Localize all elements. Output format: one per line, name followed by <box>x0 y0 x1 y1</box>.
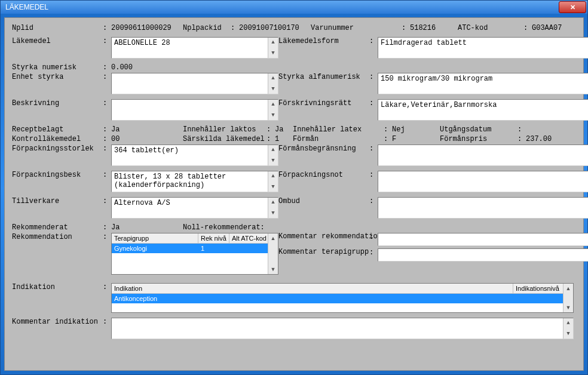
down-arrow-icon[interactable]: ▼ <box>564 303 573 312</box>
kontrollakemedel-value: 00 <box>111 135 183 143</box>
formanspris-label: Förmånspris <box>440 135 517 143</box>
down-arrow-icon[interactable]: ▼ <box>268 110 278 120</box>
styrka-alfa-field[interactable]: 150 mikrogram/30 mikrogram ▲▼ <box>378 73 588 94</box>
window: LÄKEMEDEL ✕ Nplid : 20090611000029 Nplpa… <box>0 0 588 375</box>
cell-rekniva: 1 <box>198 244 229 253</box>
scrollbar[interactable]: ▲▼ <box>563 318 573 339</box>
beskrivning-field[interactable]: ▲▼ <box>111 99 278 121</box>
rekommenderat-label: Rekommenderat <box>12 223 103 232</box>
forskrivningsratt-value: Läkare,Veterinär,Barnmorska <box>381 101 497 109</box>
forpackningsnot-label: Förpackningsnot <box>278 171 369 179</box>
scrollbar[interactable]: ▲▼ <box>268 73 278 94</box>
nplid-label: Nplid <box>12 24 103 32</box>
window-title: LÄKEMEDEL <box>5 3 48 11</box>
col-terapigrupp[interactable]: Terapigrupp <box>112 233 198 243</box>
rekommenderat-value: Ja <box>111 223 183 232</box>
col-indikation[interactable]: Indikation <box>112 284 513 293</box>
kommentar-rek-field[interactable]: ▲▼ <box>378 233 588 246</box>
tillverkare-label: Tillverkare <box>12 197 103 205</box>
down-arrow-icon[interactable]: ▼ <box>268 156 278 165</box>
forpackningsbesk-value: Blister, 13 x 28 tabletter (kalenderförp… <box>114 173 264 189</box>
cell-indikation: Antikonception <box>112 294 513 303</box>
latex-value: Nej <box>392 125 440 134</box>
up-arrow-icon[interactable]: ▲ <box>268 38 278 47</box>
close-button[interactable]: ✕ <box>559 1 586 13</box>
up-arrow-icon[interactable]: ▲ <box>268 233 278 243</box>
up-arrow-icon[interactable]: ▲ <box>268 73 278 83</box>
laktos-value: Ja <box>275 125 283 134</box>
forpackningsstorlek-field[interactable]: 364 tablett(er) ▲▼ <box>111 145 278 166</box>
down-arrow-icon[interactable]: ▼ <box>268 208 278 218</box>
lakemedelsform-label: Läkemedelsform <box>278 37 369 45</box>
sarskilda-value: 1 <box>275 135 279 143</box>
receptbelagt-label: Receptbelagt <box>12 125 103 134</box>
titlebar: LÄKEMEDEL ✕ <box>1 1 587 14</box>
table-row[interactable]: Gynekologi 1 <box>112 244 278 253</box>
ombud-field[interactable]: ▲▼ <box>378 197 588 219</box>
laktos-label: Innehåller laktos <box>183 125 267 134</box>
scrollbar[interactable]: ▲▼ <box>268 145 278 165</box>
indikation-grid[interactable]: Indikation Indikationsnivå Antikonceptio… <box>111 283 574 313</box>
down-arrow-icon[interactable]: ▼ <box>268 84 278 94</box>
lakemedelsform-field[interactable]: Filmdragerad tablett ▲▼ <box>378 37 588 59</box>
down-arrow-icon[interactable]: ▼ <box>268 182 278 192</box>
up-arrow-icon[interactable]: ▲ <box>268 145 278 155</box>
lakemedel-field[interactable]: ABELONELLE 28 ▲▼ <box>111 37 278 59</box>
up-arrow-icon[interactable]: ▲ <box>564 284 573 293</box>
forpackningsbesk-field[interactable]: Blister, 13 x 28 tabletter (kalenderförp… <box>111 171 278 192</box>
down-arrow-icon[interactable]: ▼ <box>268 48 278 58</box>
formanspris-value: 237.00 <box>526 135 552 143</box>
lakemedelsform-value: Filmdragerad tablett <box>381 39 467 47</box>
table-row[interactable]: Antikonception 1 <box>112 294 573 303</box>
utgangsdatum-label: Utgångsdatum <box>440 125 517 134</box>
forpackningsbesk-label: Förpackningsbesk <box>12 171 103 179</box>
scrollbar[interactable]: ▲▼ <box>268 100 278 120</box>
up-arrow-icon[interactable]: ▲ <box>564 318 573 328</box>
atc-value: G03AA07 <box>532 24 562 32</box>
varunummer-value: 518216 <box>410 24 458 32</box>
up-arrow-icon[interactable]: ▲ <box>268 100 278 109</box>
formansbegransning-label: Förmånsbegränsning <box>278 145 369 153</box>
lakemedel-label: Läkemedel <box>12 37 103 45</box>
kommentar-terapi-label: Kommentar terapigrupp <box>278 248 369 256</box>
scrollbar[interactable]: ▲▼ <box>268 233 278 274</box>
forpackningsstorlek-value: 364 tablett(er) <box>114 146 179 155</box>
rekommendation-grid[interactable]: Terapigrupp Rek nivå Alt ATC-kod Gynekol… <box>111 233 278 275</box>
kommentar-terapi-field[interactable]: ▲▼ <box>378 248 588 262</box>
kommentar-indikation-label: Kommentar indikation <box>12 318 103 326</box>
sarskilda-label: Särskilda läkemedel <box>183 135 267 143</box>
close-icon: ✕ <box>570 4 575 11</box>
nollrek-label: Noll-rekommenderat: <box>183 223 265 232</box>
kommentar-indikation-field[interactable]: ▲▼ <box>111 318 574 339</box>
receptbelagt-value: Ja <box>111 125 183 134</box>
formansbegransning-field[interactable]: ▲▼ <box>378 145 588 166</box>
down-arrow-icon[interactable]: ▼ <box>268 265 278 274</box>
forpackningsnot-field[interactable]: ▲▼ <box>378 171 588 192</box>
nplpackid-label: Nplpackid <box>183 24 231 32</box>
styrka-alfa-value: 150 mikrogram/30 mikrogram <box>381 75 492 83</box>
forman-value: F <box>392 135 440 143</box>
scrollbar[interactable]: ▲▼ <box>563 284 573 312</box>
scrollbar[interactable]: ▲▼ <box>268 198 278 218</box>
scrollbar[interactable]: ▲▼ <box>268 38 278 58</box>
tillverkare-field[interactable]: Alternova A/S ▲▼ <box>111 197 278 219</box>
up-arrow-icon[interactable]: ▲ <box>268 171 278 181</box>
col-rekniva[interactable]: Rek nivå <box>198 233 229 243</box>
kommentar-rek-label: Kommentar rekommendation <box>278 233 369 241</box>
nplid-value: 20090611000029 <box>111 24 183 32</box>
indikation-label: Indikation <box>12 283 103 291</box>
lakemedel-value: ABELONELLE 28 <box>114 39 170 47</box>
nplpackid-value: 20091007100170 <box>239 24 311 32</box>
id-row: Nplid : 20090611000029 Nplpackid : 20091… <box>12 24 576 32</box>
styrka-alfa-label: Styrka alfanumerisk <box>278 73 369 81</box>
ombud-label: Ombud <box>278 197 369 205</box>
down-arrow-icon[interactable]: ▼ <box>564 329 573 339</box>
forskrivningsratt-field[interactable]: Läkare,Veterinär,Barnmorska ▲▼ <box>378 99 588 121</box>
enhet-styrka-field[interactable]: ▲▼ <box>111 73 278 94</box>
up-arrow-icon[interactable]: ▲ <box>268 198 278 207</box>
forman-label: Förmån <box>293 135 384 143</box>
enhet-styrka-label: Enhet styrka <box>12 73 103 81</box>
tillverkare-value: Alternova A/S <box>114 199 170 207</box>
scrollbar[interactable]: ▲▼ <box>268 171 278 192</box>
cell-terapigrupp: Gynekologi <box>112 244 198 253</box>
